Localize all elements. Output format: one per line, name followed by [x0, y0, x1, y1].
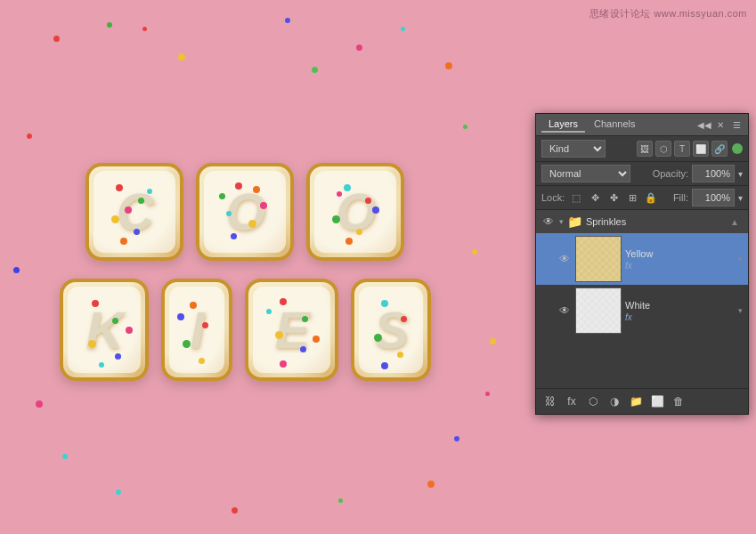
group-expand-icon[interactable]: ▾	[559, 217, 564, 226]
filter-active-dot	[732, 143, 743, 154]
layer-yellow-chevron-icon[interactable]: ▾	[738, 255, 743, 263]
lock-paint-icon[interactable]: ✥	[587, 190, 603, 206]
fill-input[interactable]	[692, 189, 735, 206]
layer-white-fx: fx	[625, 312, 735, 322]
cookie-letter-c: C	[85, 163, 183, 261]
layer-yellow-eye-icon[interactable]: 👁	[557, 252, 572, 266]
lock-all-icon[interactable]: 🔒	[643, 190, 659, 206]
new-layer-icon[interactable]: ⬜	[648, 392, 666, 410]
layer-group-sprinkles[interactable]: 👁 ▾ 📁 Sprinkles ▲	[536, 210, 748, 233]
fill-label: Fill:	[673, 192, 688, 203]
tab-layers[interactable]: Layers	[541, 117, 585, 133]
sprinkle-dot	[490, 338, 496, 344]
sprinkle-dot	[485, 392, 490, 396]
cookie-letter-s: S	[351, 279, 431, 381]
fx-label: fx	[625, 261, 632, 271]
filter-type-icon[interactable]: T	[674, 141, 690, 157]
sprinkle-dot	[472, 249, 477, 255]
group-folder-icon: 📁	[567, 214, 582, 229]
cookie-letter-o1: O	[196, 163, 294, 261]
layer-item-white[interactable]: 👁 White fx ▾	[536, 285, 748, 336]
layer-yellow-thumb	[575, 236, 622, 282]
filter-row: Kind Name Effect Mode Attribute Color 🖼 …	[536, 136, 748, 162]
layer-yellow-fx: fx	[625, 261, 735, 271]
lock-icons: ⬚ ✥ ✤ ⊞ 🔒	[568, 190, 659, 206]
filter-icons: 🖼 ⬡ T ⬜ 🔗	[609, 141, 743, 157]
filter-gradient-icon[interactable]: ⬡	[655, 141, 671, 157]
layer-white-name: White	[625, 300, 735, 311]
cookie-row-2: K I E	[60, 279, 431, 381]
panel-titlebar-right: ◀◀ ✕ ☰	[698, 118, 743, 131]
panel-bottom: ⛓ fx ⬡ ◑ 📁 ⬜ 🗑	[536, 388, 748, 414]
layer-white-eye-icon[interactable]: 👁	[557, 303, 572, 318]
mask-icon[interactable]: ⬡	[584, 392, 602, 410]
cookie-letter-e: E	[245, 279, 338, 381]
filter-smart-icon[interactable]: 🔗	[711, 141, 728, 157]
cookie-text-area: C O O	[18, 27, 472, 516]
cookie-row-1: C O O	[85, 163, 404, 261]
layer-yellow-info: Yellow fx	[625, 248, 735, 271]
layers-panel: Layers Channels ◀◀ ✕ ☰ Kind Name Effect …	[535, 113, 749, 415]
close-icon[interactable]: ✕	[714, 118, 727, 131]
blend-mode-select[interactable]: Normal Multiply Screen Overlay	[541, 165, 630, 182]
layer-white-thumb	[575, 287, 622, 334]
link-icon[interactable]: ⛓	[541, 392, 559, 410]
group-icon[interactable]: 📁	[627, 392, 645, 410]
layer-white-chevron-icon[interactable]: ▾	[738, 306, 743, 315]
layer-yellow-name: Yellow	[625, 248, 735, 259]
group-eye-icon[interactable]: 👁	[541, 214, 556, 229]
sprinkle-dot	[285, 18, 290, 23]
menu-icon[interactable]: ☰	[730, 118, 743, 131]
opacity-label: Opacity:	[653, 168, 688, 179]
cookie-letter-k: K	[60, 279, 149, 381]
layer-white-info: White fx	[625, 300, 735, 322]
panel-tabs: Layers Channels	[541, 117, 643, 133]
kind-select[interactable]: Kind Name Effect Mode Attribute Color	[541, 140, 606, 158]
lock-label: Lock:	[541, 192, 565, 203]
panel-titlebar: Layers Channels ◀◀ ✕ ☰	[536, 114, 748, 136]
group-scroll-icon[interactable]: ▲	[727, 217, 743, 227]
double-arrow-icon[interactable]: ◀◀	[698, 118, 711, 131]
fx-icon[interactable]: fx	[563, 392, 581, 410]
tab-channels[interactable]: Channels	[587, 117, 642, 133]
cookie-letter-o2: O	[306, 163, 404, 261]
cookie-letter-i: I	[161, 279, 232, 381]
lock-pixels-icon[interactable]: ⬚	[568, 190, 584, 206]
watermark: 思绪设计论坛 www.missyuan.com	[589, 7, 747, 20]
opacity-chevron-icon[interactable]: ▾	[738, 169, 743, 179]
filter-shape-icon[interactable]: ⬜	[693, 141, 709, 157]
opacity-input[interactable]	[692, 165, 735, 182]
layers-list: 👁 ▾ 📁 Sprinkles ▲ 👁 Yellow fx ▾ 👁	[536, 210, 748, 388]
group-name: Sprinkles	[586, 216, 723, 227]
filter-image-icon[interactable]: 🖼	[637, 141, 653, 157]
lock-artboards-icon[interactable]: ⊞	[624, 190, 640, 206]
fill-chevron-icon[interactable]: ▾	[738, 193, 743, 203]
lock-position-icon[interactable]: ✤	[606, 190, 622, 206]
lock-row: Lock: ⬚ ✥ ✤ ⊞ 🔒 Fill: ▾	[536, 186, 748, 210]
layer-item-yellow[interactable]: 👁 Yellow fx ▾	[536, 233, 748, 285]
blend-row: Normal Multiply Screen Overlay Opacity: …	[536, 162, 748, 186]
adjustment-icon[interactable]: ◑	[606, 392, 623, 410]
delete-layer-icon[interactable]: 🗑	[670, 392, 687, 410]
fx-label-white: fx	[625, 312, 632, 322]
